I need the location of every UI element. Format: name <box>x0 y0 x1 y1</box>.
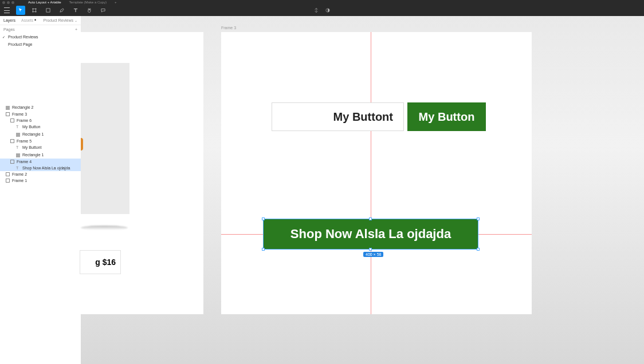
comment-icon <box>100 7 106 13</box>
window-controls[interactable] <box>0 1 14 4</box>
button-label: Shop Now Alsla La ojdajda <box>290 227 451 242</box>
product-image-placeholder <box>81 63 129 214</box>
contrast-icon[interactable] <box>325 5 331 15</box>
orange-accent <box>81 138 83 151</box>
pen-icon <box>59 7 65 13</box>
layer-label: My Button <box>22 125 41 129</box>
hand-tool[interactable] <box>85 6 94 15</box>
shadow-line <box>81 225 128 230</box>
frame-tool[interactable] <box>30 6 39 15</box>
titlebar: Auto Layout + Artable Template (Make a C… <box>0 0 644 5</box>
artboard-frame-3[interactable]: My Buttont My Button Shop Now Alsla La o… <box>221 32 532 314</box>
page-item-product-reviews[interactable]: Product Reviews <box>0 33 81 41</box>
layer-label: Shop Now Alsla La ojdajda <box>22 166 70 170</box>
text-icon <box>73 7 78 13</box>
pen-tool[interactable] <box>57 6 66 15</box>
file-tab-active[interactable]: Auto Layout + Artable <box>28 1 61 4</box>
layer-rectangle-2[interactable]: Rectangle 2 <box>0 103 81 111</box>
cursor-icon <box>18 7 23 13</box>
layer-frame-5[interactable]: Frame 5 <box>0 138 81 144</box>
layer-label: Frame 2 <box>12 172 27 176</box>
align-icon[interactable] <box>313 5 319 15</box>
layer-my-buttont[interactable]: TMy Buttont <box>0 144 81 151</box>
panel-tabs: Layers Assets Product Reviews ⌄ <box>0 16 81 25</box>
button-label: My Button <box>419 110 475 124</box>
selected-frame-4[interactable]: Shop Now Alsla La ojdajda 400 × 58 <box>264 219 478 249</box>
layer-label: Frame 6 <box>17 118 32 122</box>
button-label: My Buttont <box>333 110 393 124</box>
layer-label: Rectangle 2 <box>12 105 33 109</box>
file-tab-secondary[interactable]: Template (Make a Copy) <box>69 1 107 4</box>
price-card: g $16 <box>80 250 121 274</box>
new-tab-button[interactable]: + <box>115 1 117 4</box>
layer-rectangle-1a[interactable]: Rectangle 1 <box>0 130 81 138</box>
left-panel: Layers Assets Product Reviews ⌄ Pages + … <box>0 16 81 364</box>
shape-tool[interactable] <box>44 6 53 15</box>
resize-handle-mt[interactable] <box>369 217 372 220</box>
layer-label: Frame 1 <box>12 179 27 183</box>
svg-rect-0 <box>46 9 50 12</box>
min-dot[interactable] <box>7 1 10 4</box>
layers-list: Rectangle 2 Frame 3 Frame 6 TMy Button R… <box>0 103 81 184</box>
resize-handle-br[interactable] <box>477 248 480 251</box>
main-menu-button[interactable] <box>2 6 11 15</box>
button-outline-my-buttont[interactable]: My Buttont <box>272 102 404 131</box>
add-page-button[interactable]: + <box>75 27 77 31</box>
tab-layers[interactable]: Layers <box>3 18 15 22</box>
page-selector[interactable]: Product Reviews <box>43 18 73 22</box>
layer-label: Frame 3 <box>12 112 27 116</box>
hand-icon <box>87 7 92 13</box>
move-tool[interactable] <box>16 6 25 15</box>
canvas[interactable]: g $16 Frame 3 My Buttont My Button Shop … <box>81 16 644 364</box>
page-item-product-page[interactable]: Product Page <box>0 41 81 48</box>
max-dot[interactable] <box>11 1 14 4</box>
layer-label: My Buttont <box>22 145 41 149</box>
layer-rectangle-1b[interactable]: Rectangle 1 <box>0 151 81 159</box>
layer-label: Rectangle 1 <box>22 153 44 157</box>
resize-handle-tl[interactable] <box>262 217 265 220</box>
layer-my-button-1[interactable]: TMy Button <box>0 124 81 130</box>
resize-handle-bl[interactable] <box>262 248 265 251</box>
dimensions-badge: 400 × 58 <box>363 252 383 257</box>
layer-frame-4[interactable]: Frame 4 <box>0 159 81 165</box>
button-green-my-button[interactable]: My Button <box>407 102 486 131</box>
layer-frame-3[interactable]: Frame 3 <box>0 111 81 117</box>
layer-label: Frame 5 <box>17 139 32 143</box>
layer-frame-6[interactable]: Frame 6 <box>0 117 81 124</box>
pages-header: Pages + <box>0 25 81 33</box>
text-tool[interactable] <box>71 6 80 15</box>
frame-icon <box>32 7 37 13</box>
toolbar <box>0 5 644 16</box>
artboard-left-partial[interactable]: g $16 <box>81 32 203 314</box>
rectangle-icon <box>45 7 51 13</box>
layer-label: Rectangle 1 <box>22 132 44 136</box>
button-shop-now[interactable]: Shop Now Alsla La ojdajda <box>264 219 478 249</box>
close-dot[interactable] <box>2 1 5 4</box>
hamburger-icon <box>4 7 10 13</box>
layer-shop-now-text[interactable]: TShop Now Alsla La ojdajda <box>0 165 81 171</box>
layer-label: Frame 4 <box>17 160 32 164</box>
resize-handle-tr[interactable] <box>477 217 480 220</box>
frame-label-frame3[interactable]: Frame 3 <box>221 26 236 30</box>
tab-assets[interactable]: Assets <box>21 18 33 22</box>
chevron-down-icon: ⌄ <box>74 18 77 22</box>
pages-label: Pages <box>3 27 15 31</box>
comment-tool[interactable] <box>99 6 108 15</box>
layer-frame-2[interactable]: Frame 2 <box>0 171 81 177</box>
resize-handle-mb[interactable] <box>369 248 372 251</box>
alignment-guide-vertical <box>371 32 371 314</box>
layer-frame-1[interactable]: Frame 1 <box>0 177 81 184</box>
